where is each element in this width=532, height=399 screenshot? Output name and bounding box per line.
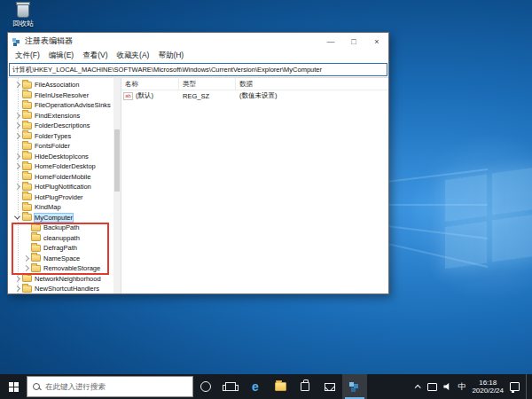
chevron-icon[interactable] [22, 264, 30, 272]
tree-item-KindMap[interactable]: KindMap [8, 202, 121, 213]
chevron-icon[interactable] [13, 101, 21, 109]
chevron-icon[interactable] [22, 244, 30, 252]
chevron-icon[interactable] [13, 112, 21, 120]
chevron-icon[interactable] [13, 81, 21, 89]
tree-item-label: RemovableStorage [43, 264, 100, 272]
tree-item-HotPlugProvider[interactable]: HotPlugProvider [8, 192, 121, 203]
tree-item-label: NewShortcutHandlers [35, 285, 99, 293]
cortana-button[interactable] [193, 374, 218, 399]
chevron-icon[interactable] [13, 153, 21, 160]
task-view-button[interactable] [218, 374, 243, 399]
tree-item-cleanuppath[interactable]: cleanuppath [8, 233, 121, 244]
tree-item-NewShortcutHandlers[interactable]: NewShortcutHandlers [8, 284, 121, 293]
chevron-icon[interactable] [22, 223, 30, 231]
tree-item-BackupPath[interactable]: BackupPath [8, 223, 121, 233]
tree-item-HotPlugNotification[interactable]: HotPlugNotification [8, 182, 121, 192]
chevron-icon[interactable] [13, 142, 21, 150]
address-bar[interactable]: 计算机\HKEY_LOCAL_MACHINE\SOFTWARE\Microsof… [9, 63, 387, 76]
chevron-icon[interactable] [13, 214, 21, 222]
tree-item-label: MyComputer [35, 214, 73, 222]
window-body: FileAssociation FileInUseResolver FileOp… [8, 77, 388, 293]
tree-item-label: KindMap [35, 203, 61, 211]
tree-item-RemovableStorage[interactable]: RemovableStorage [8, 263, 121, 274]
action-center-icon[interactable] [510, 382, 520, 391]
menu-help[interactable]: 帮助(H) [153, 51, 188, 61]
tree-scrollbar[interactable] [113, 78, 121, 293]
tree-item-label: BackupPath [43, 223, 79, 231]
chevron-icon[interactable] [13, 193, 21, 201]
registry-editor-taskbar-button[interactable] [342, 374, 367, 399]
tree-item-NameSpace[interactable]: NameSpace [8, 254, 121, 264]
start-button[interactable] [0, 374, 27, 399]
menu-bar: 文件(F) 编辑(E) 查看(V) 收藏夹(A) 帮助(H) [8, 50, 388, 62]
tree-item-FileInUseResolver[interactable]: FileInUseResolver [8, 90, 121, 101]
clock[interactable]: 16:18 2020/2/24 [472, 379, 504, 395]
file-explorer-button[interactable] [268, 374, 293, 399]
tree-item-label: cleanuppath [43, 234, 80, 242]
edge-button[interactable]: e [243, 374, 268, 399]
chevron-icon[interactable] [13, 121, 21, 129]
tree-item-label: FontsFolder [35, 142, 70, 150]
tree-scrollbar-thumb[interactable] [114, 129, 120, 192]
taskbar-search-box[interactable] [27, 376, 193, 397]
chevron-icon[interactable] [13, 132, 21, 140]
folder-icon [22, 112, 32, 119]
maximize-button[interactable]: □ [342, 33, 365, 50]
tree-item-HomeFolderDesktop[interactable]: HomeFolderDesktop [8, 161, 121, 172]
ime-indicator[interactable]: 中 [458, 381, 466, 393]
show-desktop-button[interactable] [526, 374, 529, 399]
store-button[interactable] [293, 374, 317, 399]
value-row-default[interactable]: ab (默认) REG_SZ (数值未设置) [121, 90, 388, 101]
tree-item-FindExtensions[interactable]: FindExtensions [8, 111, 121, 121]
tree-item-HomeFolderMobile[interactable]: HomeFolderMobile [8, 172, 121, 183]
column-header-name[interactable]: 名称 [121, 78, 179, 90]
minimize-button[interactable]: — [319, 33, 342, 50]
mail-icon [325, 383, 335, 391]
tree-item-FolderDescriptions[interactable]: FolderDescriptions [8, 121, 121, 131]
edge-icon: e [252, 380, 259, 393]
folder-icon [22, 286, 32, 293]
folder-icon [22, 143, 32, 150]
tree-item-DefragPath[interactable]: DefragPath [8, 243, 121, 254]
chevron-icon[interactable] [13, 162, 21, 170]
chevron-icon[interactable] [13, 285, 21, 293]
registry-tree-pane: FileAssociation FileInUseResolver FileOp… [8, 78, 121, 293]
menu-file[interactable]: 文件(F) [11, 51, 44, 61]
chevron-icon[interactable] [22, 254, 30, 262]
column-header-data[interactable]: 数据 [236, 78, 388, 90]
menu-view[interactable]: 查看(V) [78, 51, 112, 61]
taskbar: e 中 16:18 2020/2/24 [0, 374, 532, 399]
menu-favorites[interactable]: 收藏夹(A) [113, 51, 154, 61]
close-button[interactable]: × [365, 33, 388, 50]
chevron-icon[interactable] [13, 275, 21, 283]
tree-item-NetworkNeighborhood[interactable]: NetworkNeighborhood [8, 274, 121, 285]
tree-item-HideDesktopIcons[interactable]: HideDesktopIcons [8, 152, 121, 162]
network-icon[interactable] [427, 383, 437, 391]
search-input[interactable] [45, 382, 178, 391]
chevron-icon[interactable] [13, 183, 21, 191]
tree-item-FontsFolder[interactable]: FontsFolder [8, 141, 121, 152]
column-header-type[interactable]: 类型 [179, 78, 236, 90]
chevron-icon[interactable] [13, 203, 21, 211]
recycle-bin-label: 回收站 [7, 19, 39, 28]
tree-item-label: HomeFolderDesktop [35, 162, 96, 170]
tree-item-FolderTypes[interactable]: FolderTypes [8, 131, 121, 142]
cortana-icon [200, 381, 211, 392]
folder-icon [31, 224, 41, 231]
menu-edit[interactable]: 编辑(E) [44, 51, 78, 61]
tree-item-MyComputer[interactable]: MyComputer [8, 213, 121, 223]
folder-icon [22, 173, 32, 180]
tree-item-FileOperationAdviseSinks[interactable]: FileOperationAdviseSinks [8, 100, 121, 111]
recycle-bin-shortcut[interactable]: 回收站 [7, 4, 39, 28]
folder-icon [31, 254, 41, 262]
tree-item-FileAssociation[interactable]: FileAssociation [8, 80, 121, 90]
tree-item-label: HotPlugProvider [35, 193, 83, 201]
windows-start-icon [9, 382, 19, 392]
title-bar[interactable]: 注册表编辑器 — □ × [8, 33, 388, 50]
show-hidden-icons-button[interactable] [413, 383, 421, 391]
chevron-icon[interactable] [13, 91, 21, 99]
mail-button[interactable] [317, 374, 342, 399]
volume-icon[interactable] [443, 383, 451, 391]
chevron-icon[interactable] [13, 173, 21, 181]
chevron-icon[interactable] [22, 234, 30, 242]
